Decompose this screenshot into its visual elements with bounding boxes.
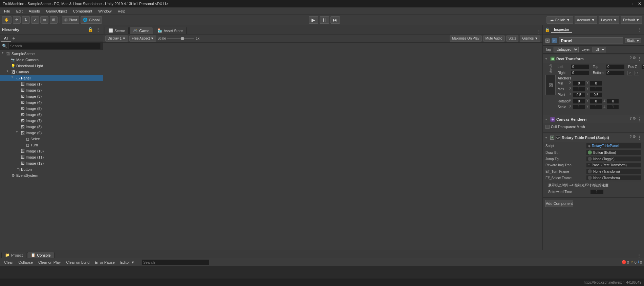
aspect-btn[interactable]: Free Aspect ▼ bbox=[129, 35, 156, 42]
hierarchy-add-btn[interactable]: + bbox=[12, 35, 16, 42]
tree-item-img12[interactable]: 🖼 Image (12) bbox=[0, 160, 103, 166]
setreward-value[interactable] bbox=[590, 189, 604, 194]
rect-transform-menu-icon[interactable]: ⋮ bbox=[637, 56, 642, 62]
posz-field[interactable] bbox=[641, 64, 644, 69]
tree-item-img3[interactable]: 🖼 Image (3) bbox=[0, 93, 103, 99]
hierarchy-tab-all[interactable]: All bbox=[1, 35, 11, 42]
tree-item-img7[interactable]: 🖼 Image (7) bbox=[0, 118, 103, 124]
account-btn[interactable]: Account ▼ bbox=[575, 16, 598, 24]
max-y-field[interactable] bbox=[590, 87, 602, 92]
inspector-static-btn[interactable]: Static ▼ bbox=[625, 38, 641, 43]
expand-samplescene[interactable]: ▼ bbox=[1, 51, 6, 56]
stats-btn[interactable]: Stats bbox=[506, 35, 519, 42]
r-button[interactable]: R bbox=[634, 71, 639, 75]
tab-project[interactable]: 📁 Project bbox=[1, 252, 26, 258]
display-btn[interactable]: Display 1 ▼ bbox=[105, 35, 128, 42]
tree-item-img5[interactable]: 🖼 Image (5) bbox=[0, 105, 103, 112]
right-field[interactable] bbox=[571, 70, 589, 75]
rotation-x-field[interactable] bbox=[573, 99, 585, 104]
bottom-field[interactable] bbox=[606, 70, 625, 75]
menu-gameobject[interactable]: GameObject bbox=[43, 8, 70, 14]
hierarchy-lock-icon[interactable]: 🔓 bbox=[87, 26, 94, 33]
rotation-y-field[interactable] bbox=[590, 99, 602, 104]
tree-item-img8[interactable]: 🖼 Image (8) bbox=[0, 124, 103, 130]
mute-audio-btn[interactable]: Mute Audio bbox=[483, 35, 505, 42]
tool-multi[interactable]: ⊞ bbox=[50, 16, 58, 24]
tree-item-button[interactable]: ◻ Button bbox=[0, 166, 103, 172]
tab-asset-store[interactable]: 🏪 Asset Store bbox=[154, 27, 187, 34]
tab-game[interactable]: 🎮 Game bbox=[129, 27, 153, 34]
rect-transform-expand[interactable]: ▼ bbox=[545, 57, 549, 61]
tree-item-img6[interactable]: 🖼 Image (6) bbox=[0, 112, 103, 118]
tree-item-turn[interactable]: ◻ Turn bbox=[0, 142, 103, 148]
left-field[interactable] bbox=[571, 64, 589, 69]
eff-select-frame-value[interactable]: None (Transform) bbox=[586, 175, 641, 181]
tree-item-dirlight[interactable]: 💡 Directional Light bbox=[0, 63, 103, 69]
clear-btn[interactable]: Clear bbox=[2, 260, 15, 265]
rect-transform-help-icon[interactable]: ? bbox=[629, 56, 632, 62]
rotary-table-expand[interactable]: ▼ bbox=[545, 136, 549, 139]
tree-item-img1[interactable]: 🖼 Image (1) bbox=[0, 81, 103, 87]
tool-rect[interactable]: ▭ bbox=[40, 16, 48, 24]
pause-btn[interactable]: ⏸ bbox=[320, 16, 329, 24]
gizmos-btn[interactable]: Gizmos ▼ bbox=[520, 35, 540, 42]
add-component-btn[interactable]: Add Component bbox=[545, 200, 573, 207]
view-tabs-menu-icon[interactable]: ⋮ bbox=[537, 29, 541, 34]
bottom-tabs-menu-icon[interactable]: ⋮ bbox=[637, 253, 641, 258]
tree-item-img10[interactable]: 🖼 Image (10) bbox=[0, 148, 103, 154]
tag-dropdown[interactable]: Untagged bbox=[554, 47, 579, 52]
pivot-x-field[interactable] bbox=[573, 92, 585, 97]
collab-btn[interactable]: ☁ Collab ▼ bbox=[546, 16, 573, 24]
maximize-btn[interactable]: □ bbox=[633, 1, 635, 6]
rotary-table-menu-icon[interactable]: ⋮ bbox=[637, 135, 642, 141]
rect-transform-header[interactable]: ▼ ⊞ Rect Transform ? ⚙ ⋮ bbox=[543, 55, 644, 63]
minimize-btn[interactable]: ─ bbox=[627, 1, 630, 6]
pivot-y-field[interactable] bbox=[590, 92, 602, 97]
clear-on-build-btn[interactable]: Clear on Build bbox=[64, 260, 91, 265]
menu-window[interactable]: Window bbox=[95, 8, 114, 14]
menu-edit[interactable]: Edit bbox=[14, 8, 25, 14]
hierarchy-menu-icon[interactable]: ⋮ bbox=[95, 26, 101, 33]
rotation-z-field[interactable] bbox=[607, 99, 619, 104]
inspector-menu-icon[interactable]: ⋮ bbox=[638, 27, 642, 32]
tree-item-eventsystem[interactable]: ⚙ EventSystem bbox=[0, 172, 103, 178]
tool-move[interactable]: ✛ bbox=[13, 16, 21, 24]
tree-item-img11[interactable]: 🖼 Image (11) bbox=[0, 154, 103, 160]
menu-component[interactable]: Component bbox=[70, 8, 95, 14]
reward-img-tran-value[interactable]: :: Panel (Rect Transform) bbox=[586, 163, 641, 168]
top-field[interactable] bbox=[606, 64, 625, 69]
canvas-renderer-menu-icon[interactable]: ⋮ bbox=[637, 116, 642, 122]
global-btn[interactable]: 🌐 Global bbox=[81, 16, 102, 24]
draw-btn-value[interactable]: Button (Button) bbox=[586, 150, 641, 155]
scale-z-field[interactable] bbox=[607, 104, 619, 110]
console-search-input[interactable] bbox=[142, 259, 209, 265]
close-btn[interactable]: ✕ bbox=[638, 1, 641, 6]
layers-btn[interactable]: Layers ▼ bbox=[599, 16, 619, 24]
tab-scene[interactable]: ⬜ Scene bbox=[105, 27, 129, 34]
rotary-table-help-icon[interactable]: ? bbox=[629, 135, 632, 141]
layer-dropdown[interactable]: UI bbox=[593, 47, 606, 52]
canvas-renderer-header[interactable]: ▼ ◈ Canvas Renderer ? ⚙ ⋮ bbox=[543, 115, 644, 123]
eff-turn-frame-value[interactable]: None (Transform) bbox=[586, 169, 641, 174]
step-btn[interactable]: ⏭ bbox=[330, 16, 340, 24]
tree-item-img4[interactable]: 🖼 Image (4) bbox=[0, 99, 103, 105]
tree-item-select[interactable]: ◻ Selec bbox=[0, 136, 103, 142]
inspector-lock-icon[interactable]: 🔒 bbox=[545, 27, 550, 32]
hierarchy-search-input[interactable] bbox=[8, 43, 101, 49]
maximize-on-play-btn[interactable]: Maximize On Play bbox=[450, 35, 482, 42]
rotary-table-checkbox[interactable]: ✓ bbox=[550, 136, 554, 140]
tree-item-img9[interactable]: ▼ 🖼 Image (9) bbox=[0, 130, 103, 136]
min-y-field[interactable] bbox=[590, 81, 602, 86]
tree-item-samplescene[interactable]: ▼ 🎬 SampleScene bbox=[0, 51, 103, 57]
canvas-renderer-settings-icon[interactable]: ⚙ bbox=[632, 116, 636, 122]
min-x-field[interactable] bbox=[573, 81, 585, 86]
pr-button[interactable]: P bbox=[627, 71, 632, 75]
tree-item-img2[interactable]: 🖼 Image (2) bbox=[0, 87, 103, 93]
clear-on-play-btn[interactable]: Clear on Play bbox=[36, 260, 63, 265]
jump-tgl-value[interactable]: None (Toggle) bbox=[586, 156, 641, 162]
pivot-btn[interactable]: ◎ Pivot bbox=[62, 16, 79, 24]
tool-rotate[interactable]: ↻ bbox=[22, 16, 30, 24]
tab-console[interactable]: 📋 Console bbox=[27, 252, 54, 258]
canvas-renderer-help-icon[interactable]: ? bbox=[629, 116, 632, 122]
tree-item-canvas[interactable]: ▼ 🖼 Canvas bbox=[0, 69, 103, 75]
